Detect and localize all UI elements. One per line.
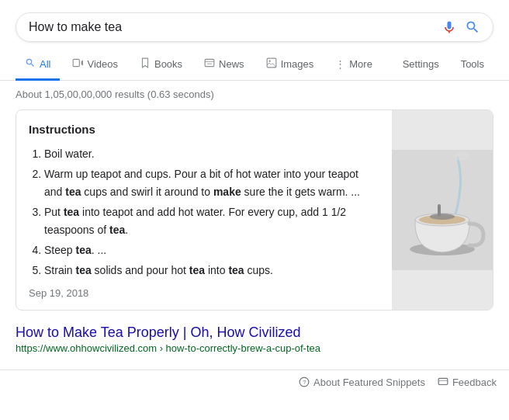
feedback-label: Feedback [452, 377, 497, 388]
svg-rect-16 [438, 379, 448, 385]
result-link[interactable]: How to Make Tea Properly | Oh, How Civil… [16, 325, 300, 340]
result-title[interactable]: How to Make Tea Properly | Oh, How Civil… [16, 325, 493, 341]
help-icon: ? [299, 377, 310, 387]
tab-images-label: Images [281, 58, 314, 70]
about-snippets-label: About Featured Snippets [313, 377, 425, 388]
images-icon [266, 57, 277, 71]
nav-tabs: All Videos Books News Images ⋮ More Sett… [0, 50, 509, 81]
search-bar [16, 12, 493, 42]
svg-rect-2 [205, 59, 214, 66]
tab-settings-label: Settings [403, 58, 439, 70]
mic-icon[interactable] [441, 19, 457, 35]
feedback-icon [438, 377, 448, 387]
bottom-bar: ? About Featured Snippets Feedback [0, 370, 509, 394]
tab-settings[interactable]: Settings [393, 50, 448, 80]
svg-text:?: ? [303, 379, 306, 386]
tab-news[interactable]: News [195, 50, 254, 81]
results-count: About 1,05,00,00,000 results (0.63 secon… [0, 81, 509, 106]
list-item: Steep tea. ... [44, 241, 379, 259]
result-item: How to Make Tea Properly | Oh, How Civil… [0, 321, 509, 363]
list-item: Strain tea solids and pour hot tea into … [44, 262, 379, 279]
tab-books-label: Books [154, 58, 182, 70]
tab-all[interactable]: All [16, 50, 60, 81]
search-bar-icons [441, 19, 480, 35]
tab-more[interactable]: ⋮ More [326, 50, 382, 80]
feedback-link[interactable]: Feedback [438, 377, 497, 388]
tab-videos[interactable]: Videos [63, 50, 127, 81]
tab-videos-label: Videos [87, 58, 118, 70]
list-item: Boil water. [44, 145, 379, 162]
list-item: Put tea into teapot and add hot water. F… [44, 203, 379, 238]
search-icon[interactable] [465, 19, 480, 35]
tab-tools[interactable]: Tools [452, 50, 493, 80]
snippet-list: Boil water. Warm up teapot and cups. Pou… [29, 145, 379, 279]
tab-news-label: News [219, 58, 244, 70]
list-item: Warm up teapot and cups. Pour a bit of h… [44, 165, 379, 200]
svg-marker-1 [81, 61, 83, 66]
search-bar-wrapper [0, 0, 509, 50]
news-icon [204, 57, 215, 71]
svg-point-6 [268, 61, 270, 62]
snippet-content: Instructions Boil water. Warm up teapot … [16, 110, 392, 310]
tea-image [392, 150, 493, 270]
svg-rect-0 [74, 59, 80, 66]
snippet-image [392, 110, 493, 310]
svg-rect-12 [438, 204, 441, 217]
featured-snippet: Instructions Boil water. Warm up teapot … [16, 109, 493, 311]
snippet-date: Sep 19, 2018 [29, 287, 379, 299]
tab-tools-label: Tools [461, 58, 484, 70]
nav-right: Settings Tools [393, 50, 493, 79]
tab-books[interactable]: Books [130, 50, 192, 81]
result-url: https://www.ohhowcivilized.com › how-to-… [16, 342, 493, 354]
more-icon: ⋮ [335, 58, 345, 70]
svg-point-11 [430, 213, 455, 220]
videos-icon [72, 57, 83, 71]
tab-more-label: More [349, 58, 372, 70]
snippet-title: Instructions [29, 123, 379, 136]
books-icon [140, 57, 151, 71]
search-input[interactable] [29, 20, 441, 34]
all-icon [25, 57, 36, 71]
about-snippets-link[interactable]: ? About Featured Snippets [299, 377, 425, 388]
tab-images[interactable]: Images [257, 50, 324, 81]
tab-all-label: All [40, 58, 50, 70]
svg-point-13 [454, 151, 469, 161]
